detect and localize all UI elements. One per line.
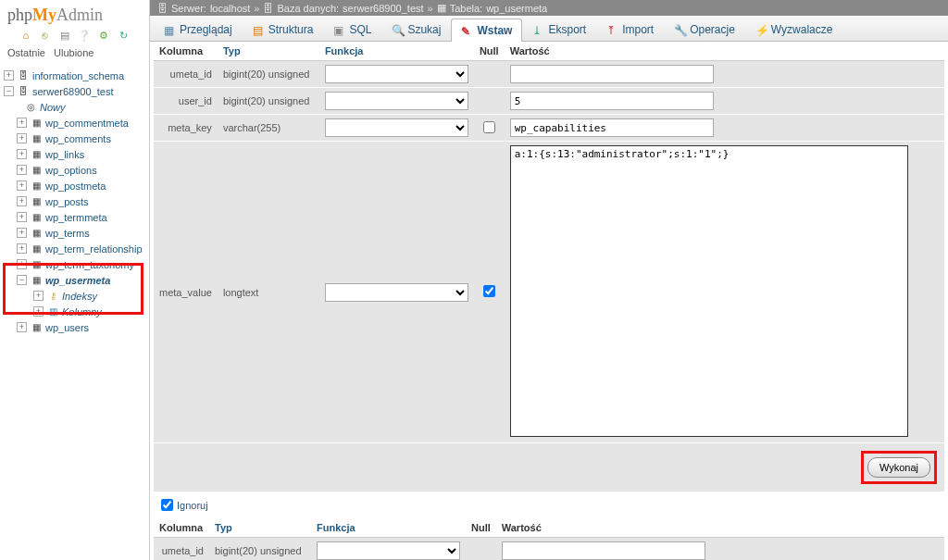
value-textarea-meta-value[interactable] (510, 145, 908, 437)
sql-icon[interactable]: ▤ (58, 29, 71, 42)
breadcrumb-table[interactable]: wp_usermeta (486, 3, 547, 14)
header-type[interactable]: Typ (218, 42, 319, 61)
value-input-meta-key[interactable] (510, 118, 714, 137)
expand-icon[interactable]: + (17, 243, 27, 254)
breadcrumb-server[interactable]: localhost (210, 3, 250, 14)
tree-table-wp-usermeta[interactable]: −▦wp_usermeta (4, 272, 149, 288)
row-umeta-id-2: umeta_id bigint(20) unsigned (154, 538, 944, 561)
tab-operations[interactable]: 🔧Operacje (664, 18, 745, 41)
tab-insert[interactable]: ✎Wstaw (451, 19, 522, 42)
expand-icon[interactable]: + (33, 306, 44, 317)
db-icon: 🗄 (17, 86, 30, 97)
collapse-icon[interactable]: − (4, 86, 14, 96)
ignore-row: Ignoruj (154, 492, 944, 518)
header-type[interactable]: Typ (209, 518, 311, 538)
logo[interactable]: phpMyAdmin (0, 0, 149, 27)
recent-link[interactable]: Ostatnie (7, 47, 45, 58)
submit-button[interactable]: Wykonaj (867, 457, 930, 478)
expand-icon[interactable]: + (17, 149, 27, 159)
insert-table-1: Kolumna Typ Funkcja Null Wartość umeta_i… (154, 42, 944, 443)
collapse-icon[interactable]: − (17, 275, 27, 285)
tab-search[interactable]: 🔍Szukaj (381, 18, 451, 41)
expand-icon[interactable]: + (17, 180, 27, 191)
sidebar-toolbar: ⌂ ⎋ ▤ ❔ ⚙ ↻ (0, 27, 149, 45)
expand-icon[interactable]: + (33, 291, 44, 301)
header-column: Kolumna (154, 42, 218, 61)
null-checkbox[interactable] (483, 285, 495, 297)
tree-table[interactable]: +▦wp_users (4, 319, 149, 335)
reload-icon[interactable]: ↻ (117, 29, 130, 42)
exit-icon[interactable]: ⎋ (39, 29, 52, 42)
header-function[interactable]: Funkcja (319, 42, 474, 61)
value-input-umeta-id[interactable] (510, 65, 714, 83)
function-select[interactable] (325, 118, 468, 137)
tree-new[interactable]: ◎ Nowy (4, 99, 149, 115)
table-icon: ▦ (30, 196, 43, 207)
expand-icon[interactable]: + (17, 322, 27, 332)
tree-table[interactable]: +▦wp_postmeta (4, 178, 149, 193)
table-icon: ▦ (30, 180, 43, 192)
tree-db-information-schema[interactable]: + 🗄 information_schema (4, 68, 149, 83)
function-select[interactable] (325, 65, 468, 83)
header-null: Null (474, 42, 505, 61)
server-icon: 🗄 (157, 3, 168, 14)
tab-structure[interactable]: ▤Struktura (243, 18, 324, 41)
row-meta-key: meta_key varchar(255) (154, 115, 944, 142)
tree-table[interactable]: +▦wp_term_taxonomy (4, 256, 149, 272)
tree-indexes[interactable]: +⚷Indeksy (4, 288, 149, 304)
expand-icon[interactable]: + (17, 228, 27, 238)
col-type: bigint(20) unsigned (218, 88, 319, 115)
tree-table[interactable]: +▦wp_posts (4, 193, 149, 209)
function-select[interactable] (325, 92, 468, 110)
operations-icon: 🔧 (674, 24, 686, 36)
index-icon: ⚷ (46, 291, 59, 302)
export-icon: ⤓ (532, 24, 544, 36)
tree-table[interactable]: +▦wp_commentmeta (4, 115, 149, 131)
expand-icon[interactable]: + (17, 133, 27, 143)
new-icon: ◎ (24, 102, 37, 113)
expand-icon[interactable]: + (17, 196, 27, 206)
value-input-umeta-id-2[interactable] (502, 541, 705, 560)
expand-icon[interactable]: + (17, 165, 27, 175)
table-icon: ▦ (30, 212, 43, 223)
null-checkbox[interactable] (483, 121, 495, 133)
tab-import[interactable]: ⤒Import (596, 18, 664, 41)
nav-links: Ostatnie Ulubione (0, 45, 149, 64)
favorites-link[interactable]: Ulubione (54, 47, 94, 58)
col-type: varchar(255) (218, 115, 319, 142)
breadcrumb-db[interactable]: serwer68900_test (343, 3, 423, 14)
tree-table[interactable]: +▦wp_term_relationship (4, 241, 149, 256)
expand-icon[interactable]: + (17, 212, 27, 222)
tree-table[interactable]: +▦wp_links (4, 146, 149, 162)
tree-table[interactable]: +▦wp_options (4, 162, 149, 178)
function-select[interactable] (317, 541, 460, 560)
table-icon: ▦ (30, 243, 43, 255)
expand-icon[interactable]: + (4, 70, 14, 81)
header-function[interactable]: Funkcja (311, 518, 466, 538)
expand-icon[interactable]: + (17, 259, 27, 269)
db-icon: 🗄 (263, 3, 273, 14)
tree-columns[interactable]: +▥Kolumny (4, 304, 149, 319)
expand-icon[interactable]: + (17, 118, 27, 128)
tree-table[interactable]: +▦wp_termmeta (4, 209, 149, 225)
tree-db-serwer-test[interactable]: − 🗄 serwer68900_test (4, 83, 149, 99)
tree-table[interactable]: +▦wp_terms (4, 225, 149, 241)
db-tree: + 🗄 information_schema − 🗄 serwer68900_t… (0, 64, 149, 339)
tree-table[interactable]: +▦wp_comments (4, 131, 149, 146)
tabs: ▦Przeglądaj ▤Struktura ▣SQL 🔍Szukaj ✎Wst… (150, 16, 948, 42)
ignore-checkbox[interactable] (161, 499, 173, 511)
columns-icon: ▥ (46, 306, 59, 317)
tab-sql[interactable]: ▣SQL (323, 18, 381, 41)
docs-icon[interactable]: ❔ (78, 29, 91, 42)
ignore-label[interactable]: Ignoruj (177, 500, 208, 511)
function-select[interactable] (325, 283, 468, 302)
value-input-user-id[interactable] (510, 92, 714, 110)
table-icon: ▦ (30, 165, 43, 176)
insert-icon: ✎ (461, 25, 473, 37)
tab-triggers[interactable]: ⚡Wyzwalacze (745, 18, 843, 41)
sql-icon: ▣ (333, 24, 345, 36)
home-icon[interactable]: ⌂ (19, 29, 32, 42)
tab-export[interactable]: ⤓Eksport (522, 18, 596, 41)
settings-icon[interactable]: ⚙ (97, 29, 110, 42)
tab-browse[interactable]: ▦Przeglądaj (154, 18, 243, 41)
